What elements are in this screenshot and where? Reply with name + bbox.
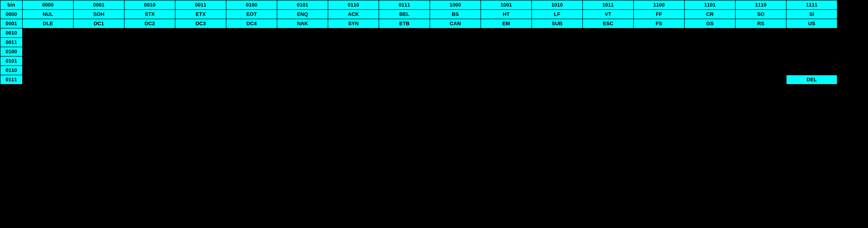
table-cell <box>277 75 328 84</box>
table-cell <box>328 28 379 38</box>
table-cell <box>277 47 328 56</box>
table-cell <box>124 38 175 47</box>
table-cell <box>735 66 786 75</box>
table-cell: VT <box>583 9 633 19</box>
table-cell <box>328 75 379 84</box>
table-cell: FF <box>633 9 684 19</box>
col-header-1100: 1100 <box>633 0 684 9</box>
row-label-0110: 0110 <box>0 66 23 75</box>
table-cell: DC3 <box>175 19 226 28</box>
table-cell <box>532 56 583 66</box>
table-cell <box>481 47 532 56</box>
table-cell <box>583 28 633 38</box>
row-label-0000: 0000 <box>0 9 23 19</box>
table-cell <box>379 75 430 84</box>
table-cell <box>633 75 684 84</box>
table-cell: SUB <box>532 19 583 28</box>
table-cell <box>583 75 633 84</box>
table-cell <box>430 66 481 75</box>
table-cell <box>175 28 226 38</box>
table-cell: ACK <box>328 9 379 19</box>
table-row: 0111DEL <box>0 75 837 84</box>
table-cell: ETB <box>379 19 430 28</box>
table-cell <box>23 75 73 84</box>
table-cell <box>175 56 226 66</box>
table-cell <box>481 66 532 75</box>
table-cell <box>175 47 226 56</box>
table-cell <box>786 38 837 47</box>
table-cell <box>73 75 124 84</box>
col-header-0110: 0110 <box>328 0 379 9</box>
table-cell <box>73 56 124 66</box>
table-cell <box>23 66 73 75</box>
row-label-0101: 0101 <box>0 56 23 66</box>
table-cell <box>430 28 481 38</box>
table-cell <box>175 66 226 75</box>
table-cell <box>226 56 277 66</box>
col-header-1001: 1001 <box>481 0 532 9</box>
table-row: 0110 <box>0 66 837 75</box>
table-cell <box>226 75 277 84</box>
row-label-0100: 0100 <box>0 47 23 56</box>
table-cell <box>786 56 837 66</box>
table-cell: LF <box>532 9 583 19</box>
table-cell <box>786 66 837 75</box>
table-cell <box>379 38 430 47</box>
table-cell <box>481 38 532 47</box>
table-cell: RS <box>735 19 786 28</box>
table-cell <box>633 28 684 38</box>
table-cell <box>786 28 837 38</box>
table-cell <box>73 47 124 56</box>
table-cell <box>735 47 786 56</box>
table-cell <box>481 56 532 66</box>
table-row: 0100 <box>0 47 837 56</box>
table-cell: EM <box>481 19 532 28</box>
table-cell <box>684 47 735 56</box>
table-cell: BS <box>430 9 481 19</box>
table-cell: DEL <box>786 75 837 84</box>
table-cell <box>532 47 583 56</box>
table-cell <box>379 47 430 56</box>
table-cell <box>735 56 786 66</box>
table-cell <box>532 66 583 75</box>
table-cell <box>226 66 277 75</box>
col-header-0011: 0011 <box>175 0 226 9</box>
table-cell: NUL <box>23 9 73 19</box>
col-header-1011: 1011 <box>583 0 633 9</box>
col-header-0000: 0000 <box>23 0 73 9</box>
table-cell <box>430 47 481 56</box>
row-label-0111: 0111 <box>0 75 23 84</box>
table-cell <box>226 47 277 56</box>
table-cell: DC1 <box>73 19 124 28</box>
table-cell <box>633 56 684 66</box>
table-cell <box>583 56 633 66</box>
table-cell <box>124 47 175 56</box>
table-cell <box>735 38 786 47</box>
table-cell: STX <box>124 9 175 19</box>
table-cell <box>684 75 735 84</box>
table-cell <box>226 38 277 47</box>
table-cell <box>684 28 735 38</box>
table-cell <box>786 47 837 56</box>
table-cell <box>328 38 379 47</box>
table-cell <box>481 28 532 38</box>
table-cell <box>124 75 175 84</box>
col-header-1101: 1101 <box>684 0 735 9</box>
table-cell <box>379 56 430 66</box>
table-cell <box>532 28 583 38</box>
table-cell <box>379 66 430 75</box>
table-cell: BEL <box>379 9 430 19</box>
table-row: 0011 <box>0 38 837 47</box>
table-row: 0001DLEDC1DC2DC3DC4NAKSYNETBCANEMSUBESCF… <box>0 19 837 28</box>
table-cell: GS <box>684 19 735 28</box>
col-header-0010: 0010 <box>124 0 175 9</box>
table-cell <box>226 28 277 38</box>
table-cell <box>583 38 633 47</box>
table-cell: ESC <box>583 19 633 28</box>
table-cell: CR <box>684 9 735 19</box>
col-header-1111: 1111 <box>786 0 837 9</box>
table-cell <box>73 28 124 38</box>
table-cell <box>633 66 684 75</box>
col-header-0101: 0101 <box>277 0 328 9</box>
table-cell <box>684 66 735 75</box>
